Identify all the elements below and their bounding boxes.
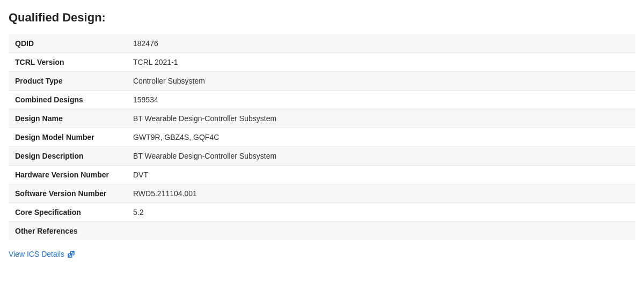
- table-row: QDID182476: [9, 34, 635, 53]
- row-label: Combined Designs: [9, 91, 127, 109]
- table-row: Software Version NumberRWD5.211104.001: [9, 184, 635, 203]
- view-ics-label: View ICS Details: [9, 250, 64, 258]
- row-label: Product Type: [9, 72, 127, 91]
- row-value: 5.2: [127, 203, 635, 222]
- qualified-design-table: QDID182476TCRL VersionTCRL 2021-1Product…: [9, 34, 635, 240]
- view-ics-link[interactable]: View ICS Details: [9, 250, 75, 258]
- row-value: GWT9R, GBZ4S, GQF4C: [127, 128, 635, 147]
- row-value: RWD5.211104.001: [127, 184, 635, 203]
- table-row: Product TypeController Subsystem: [9, 72, 635, 91]
- external-link-icon: [68, 251, 75, 258]
- row-label: QDID: [9, 34, 127, 53]
- row-value: BT Wearable Design-Controller Subsystem: [127, 109, 635, 128]
- row-label: Software Version Number: [9, 184, 127, 203]
- row-value: [127, 222, 635, 241]
- table-row: Hardware Version NumberDVT: [9, 166, 635, 184]
- view-ics-link-container: View ICS Details: [9, 250, 635, 270]
- row-label: Hardware Version Number: [9, 166, 127, 184]
- row-label: Design Name: [9, 109, 127, 128]
- table-row: TCRL VersionTCRL 2021-1: [9, 53, 635, 72]
- row-value: 159534: [127, 91, 635, 109]
- table-row: Design Model NumberGWT9R, GBZ4S, GQF4C: [9, 128, 635, 147]
- row-label: Core Specification: [9, 203, 127, 222]
- row-label: Design Description: [9, 147, 127, 166]
- page-title: Qualified Design:: [9, 11, 635, 25]
- table-row: Combined Designs159534: [9, 91, 635, 109]
- table-row: Core Specification5.2: [9, 203, 635, 222]
- row-value: DVT: [127, 166, 635, 184]
- table-row: Other References: [9, 222, 635, 241]
- row-label: Other References: [9, 222, 127, 241]
- table-row: Design NameBT Wearable Design-Controller…: [9, 109, 635, 128]
- row-label: TCRL Version: [9, 53, 127, 72]
- row-value: TCRL 2021-1: [127, 53, 635, 72]
- row-value: Controller Subsystem: [127, 72, 635, 91]
- row-value: 182476: [127, 34, 635, 53]
- row-label: Design Model Number: [9, 128, 127, 147]
- row-value: BT Wearable Design-Controller Subsystem: [127, 147, 635, 166]
- table-row: Design DescriptionBT Wearable Design-Con…: [9, 147, 635, 166]
